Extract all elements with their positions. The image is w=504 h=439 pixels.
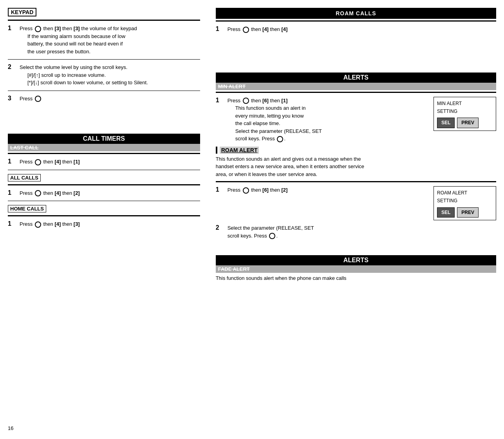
roam-alert-btn-row: SEL PREV <box>437 207 493 218</box>
key-3-hc: [3] <box>74 221 80 227</box>
key-2-ra: [2] <box>281 187 287 193</box>
roam-alert-step1: 1 ROAM ALERT SETTING SEL PREV Press then… <box>216 186 496 220</box>
all-calls-content: Press then [4] then [2] <box>20 189 200 197</box>
roam-alert-desc1: This function sounds an alert and gives … <box>216 156 361 162</box>
roam-alert-desc3: area, or when it leaves the user service… <box>216 171 317 177</box>
menu-icon <box>35 26 41 32</box>
last-call-content: Press then [4] then [1] <box>20 158 200 166</box>
sel-button[interactable]: SEL <box>437 118 455 128</box>
key-2-ac: [2] <box>74 190 80 196</box>
page-number: 16 <box>8 425 13 431</box>
roam-prev-button[interactable]: PREV <box>457 207 479 218</box>
step-num-ma: 1 <box>216 97 228 104</box>
roam-alert-menu-box: ROAM ALERT SETTING SEL PREV <box>434 186 496 220</box>
menu-icon-ac <box>35 190 41 196</box>
menu-icon-hc <box>35 221 41 228</box>
home-calls-header: HOME CALLS <box>8 205 46 212</box>
min-alert-subheader: MIN ALERT <box>216 83 496 90</box>
menu-icon-lc <box>35 159 41 165</box>
keypad-section: KEYPAD 1 Press then [3] then [3] the vol… <box>8 8 200 102</box>
step-number-3: 3 <box>8 95 20 102</box>
roam-alert-step2-content: Select the parameter (RELEASE, SET scrol… <box>228 224 496 239</box>
ma-line4: the call elapse time. <box>235 120 280 126</box>
step3-content: Press <box>20 95 200 103</box>
home-calls-step1: 1 Press then [4] then [3] <box>8 220 200 228</box>
step2-text: Select the volume level by using the scr… <box>20 64 127 70</box>
roam-alert-step2-line2: scroll keys. Press . <box>228 233 278 239</box>
call-timers-header: CALL TIMERS <box>8 134 200 144</box>
alerts-section: ALERTS MIN ALERT 1 MIN ALERT SETTING SEL… <box>216 73 496 143</box>
key-3b: [3] <box>74 25 80 31</box>
step-number: 1 <box>8 25 20 32</box>
step2-line3: [*]/[↓] scroll down to lower volume, or … <box>27 80 148 85</box>
ma-line3: every minute, letting you know <box>235 113 304 119</box>
menu-box-title: MIN ALERT <box>437 100 493 107</box>
roam-alert-desc2: handset enters a new service area, when … <box>216 163 364 169</box>
step1-line2: If the warning alarm sounds because of l… <box>27 33 125 39</box>
keypad-step2: 2 Select the volume level by using the s… <box>8 63 200 87</box>
keypad-step3: 3 Press <box>8 95 200 103</box>
roam-calls-section: ROAM CALLS 1 Press then [4] then [4] <box>216 8 496 33</box>
menu-icon-ma <box>243 98 249 104</box>
keypad-header: KEYPAD <box>8 8 36 16</box>
roam-sel-button[interactable]: SEL <box>437 207 455 218</box>
roam-alert-title: ROAM ALERT <box>220 147 259 154</box>
min-alert-step1: 1 MIN ALERT SETTING SEL PREV Press then … <box>216 97 496 143</box>
call-timers-section: CALL TIMERS LAST CALL 1 Press then [4] t… <box>8 134 200 228</box>
key-1-lc: [1] <box>74 159 80 165</box>
prev-button[interactable]: PREV <box>457 118 479 128</box>
step-num-rc: 1 <box>216 25 228 33</box>
alerts-header: ALERTS <box>216 73 496 83</box>
key-3a: [3] <box>54 25 61 31</box>
roam-alert-desc: This function sounds an alert and gives … <box>216 155 496 178</box>
key-6-ma: [6] <box>262 98 269 103</box>
step-num-ra2: 2 <box>216 224 228 231</box>
step-number-2: 2 <box>8 63 20 71</box>
step1-line4: the user presses the button. <box>27 49 90 54</box>
home-calls-content: Press then [4] then [3] <box>20 220 200 228</box>
step1-line3: battery, the sound will not be heard eve… <box>27 41 123 47</box>
step-num-ac: 1 <box>8 189 20 196</box>
menu-icon-3 <box>35 96 41 102</box>
key-4-lc: [4] <box>54 159 61 165</box>
roam-alert-section: ROAM ALERT This function sounds an alert… <box>216 147 496 240</box>
min-alert-content: MIN ALERT SETTING SEL PREV Press then [6… <box>228 97 496 143</box>
min-alert-menu-box: MIN ALERT SETTING SEL PREV <box>434 97 496 131</box>
step2-content: Select the volume level by using the scr… <box>20 63 200 87</box>
step-content: Press then [3] then [3] the volume of fo… <box>20 25 200 55</box>
left-column: KEYPAD 1 Press then [3] then [3] the vol… <box>8 8 208 431</box>
key-4-rc2: [4] <box>281 26 287 32</box>
all-calls-header-row: ALL CALLS <box>8 174 200 183</box>
right-column: ROAM CALLS 1 Press then [4] then [4] ALE… <box>208 8 496 431</box>
menu-icon-rc <box>243 27 249 33</box>
menu-icon-ra <box>243 187 249 194</box>
key-4-rc: [4] <box>262 26 269 32</box>
all-calls-header: ALL CALLS <box>8 174 41 181</box>
key-4-ac: [4] <box>54 190 61 196</box>
page: KEYPAD 1 Press then [3] then [3] the vol… <box>0 0 504 439</box>
fade-alert-desc: This function sounds alert when the phon… <box>216 275 496 281</box>
ma-line5: Select the parameter (RELEASE, SET <box>235 128 322 134</box>
step-num-ra1: 1 <box>216 186 228 193</box>
roam-alert-title-row: ROAM ALERT <box>216 147 496 154</box>
ma-line6: scroll keys. Press . <box>235 136 285 141</box>
roam-alert-menu-item: SETTING <box>437 197 493 205</box>
all-calls-step1: 1 Press then [4] then [2] <box>8 189 200 197</box>
ma-line2: This function sounds an alert in <box>235 105 306 111</box>
roam-calls-header: ROAM CALLS <box>216 8 496 19</box>
last-call-subheader: LAST CALL <box>8 144 200 151</box>
alerts-bottom-header: ALERTS <box>216 255 496 265</box>
menu-icon-ma2 <box>277 136 283 142</box>
roam-alert-step2: 2 Select the parameter (RELEASE, SET scr… <box>216 224 496 239</box>
menu-icon-ra2 <box>269 233 275 239</box>
step2-line2: [#]/[↑] scroll up to increase volume. <box>27 72 106 78</box>
step-num-hc: 1 <box>8 220 20 227</box>
roam-alert-bar <box>216 147 217 154</box>
key-1-ma: [1] <box>281 98 287 103</box>
last-call-step1: 1 Press then [4] then [1] <box>8 158 200 166</box>
key-6-ra: [6] <box>262 187 269 193</box>
roam-alert-menu-title: ROAM ALERT <box>437 189 493 197</box>
menu-box-item: SETTING <box>437 107 493 115</box>
roam-calls-step1: 1 Press then [4] then [4] <box>216 25 496 33</box>
step-num-lc: 1 <box>8 158 20 165</box>
